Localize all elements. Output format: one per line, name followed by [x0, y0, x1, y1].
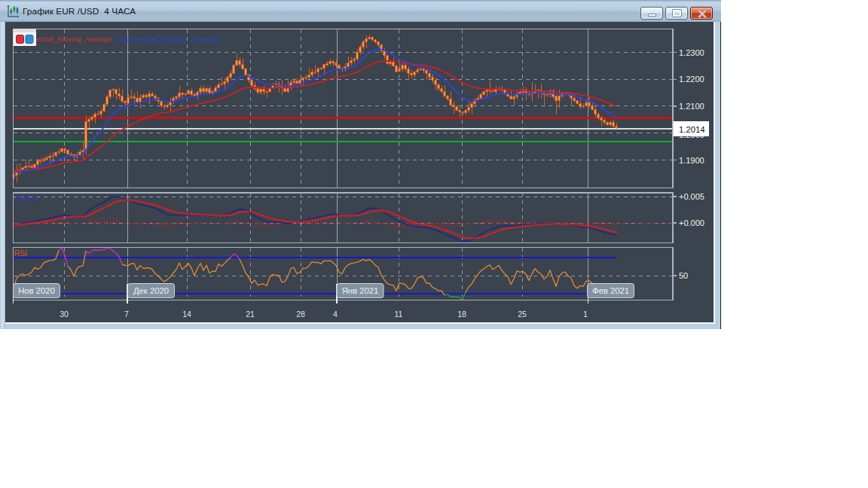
svg-text:Дек 2020: Дек 2020 [133, 286, 169, 295]
svg-text:Фев 2021: Фев 2021 [592, 286, 629, 295]
svg-text:14: 14 [182, 310, 191, 319]
svg-text:11: 11 [395, 310, 403, 319]
svg-text:4: 4 [333, 310, 338, 319]
svg-text:1.2300: 1.2300 [679, 48, 704, 57]
svg-text:1.1900: 1.1900 [679, 156, 704, 165]
svg-text:18: 18 [457, 310, 466, 319]
svg-text:21: 21 [246, 310, 255, 319]
svg-text:ential_Moving_Average: ential_Moving_Average [36, 35, 112, 43]
svg-text:+0.000: +0.000 [679, 218, 704, 227]
svg-text:1: 1 [583, 310, 588, 319]
svg-text:28: 28 [296, 310, 305, 319]
svg-text:RSI: RSI [14, 249, 27, 258]
svg-text:7: 7 [124, 310, 129, 319]
svg-text:50: 50 [679, 271, 688, 280]
svg-text:MACD: MACD [15, 194, 38, 203]
svg-text:25: 25 [518, 310, 527, 319]
svg-text:1.2100: 1.2100 [679, 102, 704, 111]
svg-text:Янв 2021: Янв 2021 [342, 286, 379, 295]
svg-text:+0.005: +0.005 [679, 192, 704, 201]
svg-text:30: 30 [60, 310, 69, 319]
svg-text:Нов 2020: Нов 2020 [18, 286, 55, 295]
svg-text:1.2014: 1.2014 [679, 125, 705, 134]
svg-text:1.2200: 1.2200 [679, 75, 704, 84]
svg-text:Exponential_Moving_Average: Exponential_Moving_Average [118, 35, 220, 43]
